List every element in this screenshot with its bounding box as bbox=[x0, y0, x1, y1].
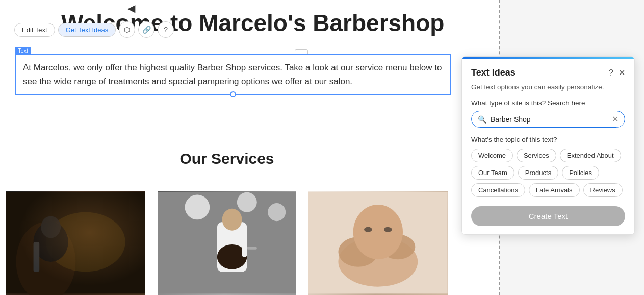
tag-products[interactable]: Products bbox=[518, 166, 558, 180]
svg-point-8 bbox=[185, 195, 210, 220]
tag-icon-button[interactable]: ⬡ bbox=[119, 21, 135, 38]
svg-point-12 bbox=[222, 209, 242, 231]
tag-late-arrivals[interactable]: Late Arrivals bbox=[529, 183, 580, 197]
tag-cancellations[interactable]: Cancellations bbox=[471, 183, 525, 197]
tag-extended-about[interactable]: Extended About bbox=[560, 149, 621, 162]
create-text-button[interactable]: Create Text bbox=[471, 206, 625, 226]
link-icon-button[interactable]: 🔗 bbox=[138, 21, 154, 38]
svg-point-21 bbox=[364, 227, 372, 232]
link-icon: 🔗 bbox=[142, 26, 151, 34]
svg-point-4 bbox=[34, 222, 68, 262]
question-icon: ? bbox=[164, 26, 168, 34]
svg-point-10 bbox=[268, 203, 286, 221]
text-ideas-panel: Text Ideas ? ✕ Get text options you can … bbox=[461, 56, 635, 235]
site-type-search-box: 🔍 ✕ bbox=[471, 111, 625, 128]
svg-point-5 bbox=[41, 216, 61, 238]
text-label: Text bbox=[15, 47, 31, 54]
tag-services[interactable]: Services bbox=[517, 149, 556, 162]
panel-close-button[interactable]: ✕ bbox=[619, 68, 625, 78]
panel-header: Text Ideas ? ✕ bbox=[471, 67, 625, 78]
search-clear-button[interactable]: ✕ bbox=[612, 114, 619, 124]
tags-container: Welcome Services Extended About Our Team… bbox=[471, 149, 625, 197]
svg-rect-15 bbox=[247, 247, 256, 250]
clear-icon: ✕ bbox=[612, 114, 619, 124]
get-text-ideas-button[interactable]: Get Text Ideas bbox=[58, 23, 116, 37]
site-type-label: What type of site is this? Search here bbox=[471, 99, 625, 107]
site-type-search-input[interactable] bbox=[491, 115, 608, 124]
barber-image-3 bbox=[308, 191, 448, 295]
tag-welcome[interactable]: Welcome bbox=[471, 149, 513, 162]
svg-rect-14 bbox=[242, 232, 247, 257]
search-icon: 🔍 bbox=[478, 115, 486, 124]
panel-subtitle: Get text options you can easily personal… bbox=[471, 83, 625, 91]
panel-title: Text Ideas bbox=[471, 67, 516, 78]
editor-toolbar: Edit Text Get Text Ideas ⬡ 🔗 ? bbox=[14, 21, 174, 38]
help-icon-button[interactable]: ? bbox=[158, 21, 174, 38]
image-grid bbox=[0, 191, 454, 295]
body-text-area[interactable]: At Marcelos, we only offer the highest q… bbox=[15, 54, 451, 95]
tag-our-team[interactable]: Our Team bbox=[471, 166, 514, 180]
body-text: At Marcelos, we only offer the highest q… bbox=[23, 63, 442, 86]
svg-point-2 bbox=[46, 212, 125, 272]
panel-help-button[interactable]: ? bbox=[609, 68, 613, 78]
services-heading: Our Services bbox=[0, 150, 454, 167]
svg-rect-0 bbox=[6, 192, 145, 294]
panel-header-icons: ? ✕ bbox=[609, 68, 625, 78]
image-cell-1 bbox=[6, 191, 145, 295]
topic-label: What's the topic of this text? bbox=[471, 136, 625, 143]
svg-point-20 bbox=[353, 205, 403, 259]
svg-point-22 bbox=[384, 227, 392, 232]
tag-reviews[interactable]: Reviews bbox=[583, 183, 623, 197]
svg-rect-6 bbox=[34, 242, 40, 272]
barber-image-2 bbox=[158, 191, 297, 295]
svg-point-1 bbox=[16, 222, 75, 295]
edit-text-button[interactable]: Edit Text bbox=[14, 23, 55, 37]
image-cell-2 bbox=[158, 191, 297, 295]
editor-area: ◀ Welcome to Marcelo's Barbershop Edit T… bbox=[0, 0, 500, 295]
help-icon: ? bbox=[609, 68, 613, 77]
svg-point-9 bbox=[237, 192, 256, 212]
tag-policies[interactable]: Policies bbox=[562, 166, 599, 180]
close-icon: ✕ bbox=[619, 68, 625, 77]
resize-handle[interactable] bbox=[230, 91, 236, 97]
image-cell-3 bbox=[308, 191, 448, 295]
tag-icon: ⬡ bbox=[124, 26, 130, 34]
barber-image-1 bbox=[6, 191, 145, 295]
